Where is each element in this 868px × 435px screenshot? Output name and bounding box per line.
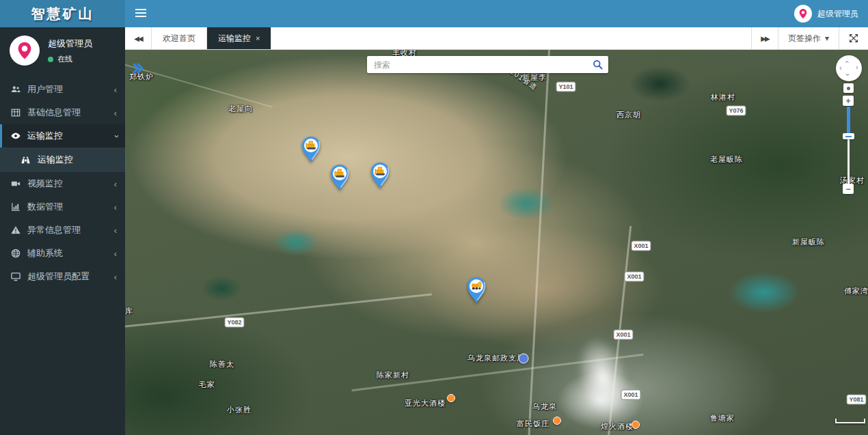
pin-icon <box>797 8 809 20</box>
fullscreen-icon <box>849 33 858 43</box>
pan-down-icon[interactable]: ‹ <box>843 74 851 76</box>
poi-marker-post-office[interactable] <box>519 354 529 364</box>
sidebar-item-6[interactable]: 辅助系统‹ <box>0 242 125 265</box>
video-icon <box>10 179 21 189</box>
chevron-left-icon: ‹ <box>114 272 117 281</box>
pan-left-icon[interactable]: ‹ <box>839 64 842 72</box>
sidebar: 超级管理员 在线 用户管理‹基础信息管理‹运输监控‹运输监控视频监控‹数据管理‹… <box>0 27 125 435</box>
sidebar-subitem-label: 运输监控 <box>38 154 73 166</box>
sidebar-menu: 用户管理‹基础信息管理‹运输监控‹运输监控视频监控‹数据管理‹异常信息管理‹辅助… <box>0 78 125 288</box>
table-icon <box>10 108 21 118</box>
map-place-label: 老屋向 <box>228 104 253 114</box>
search-icon <box>593 59 603 70</box>
bulldozer-icon <box>300 135 322 164</box>
sidebar-toggle-hamburger-icon[interactable] <box>135 9 146 18</box>
map-pan-control[interactable]: ‹ ‹ ‹ ‹ <box>836 55 862 81</box>
vehicle-marker-bulldozer[interactable] <box>329 163 351 195</box>
tab-close-icon[interactable]: × <box>256 34 260 42</box>
map-canvas[interactable]: 丰收村郑铁炉老屋向新屋李西京胡林港村老屋畈陈汤家村新屋畈陈傅家湾库陈善太毛家小张… <box>125 49 868 435</box>
map-place-label: 亚光大酒楼 <box>405 398 446 408</box>
desktop-icon <box>10 272 21 282</box>
map-scale-bar <box>835 419 865 423</box>
zoom-in-button[interactable]: + <box>843 96 854 106</box>
map-place-label: 小张胜 <box>227 405 252 415</box>
zoom-slider-track-lower[interactable] <box>847 139 850 184</box>
sidebar-user-name: 超级管理员 <box>48 38 92 50</box>
sidebar-item-1[interactable]: 基础信息管理‹ <box>0 101 125 124</box>
zoom-out-button[interactable]: − <box>843 184 854 194</box>
tab-operations-dropdown[interactable]: 页签操作 ▾ <box>778 27 839 49</box>
tab-operations-label: 页签操作 <box>788 33 821 44</box>
tab-0[interactable]: 欢迎首页 <box>152 27 207 49</box>
chart-icon <box>10 202 21 212</box>
user-avatar <box>10 36 40 66</box>
tabs-scroll-left-button[interactable]: ◀◀ <box>125 27 152 49</box>
road-number-badge: Y082 <box>224 318 244 328</box>
sidebar-user-panel: 超级管理员 在线 <box>0 27 125 75</box>
map-place-label: 富民饭庄 <box>517 419 550 429</box>
vehicle-marker-truck[interactable] <box>465 276 487 307</box>
eye-icon <box>10 131 21 141</box>
chevron-down-icon: ‹ <box>111 135 120 137</box>
map-place-label: 陈家新村 <box>377 370 409 380</box>
sidebar-item-4[interactable]: 数据管理‹ <box>0 195 125 219</box>
top-header: 超级管理员 <box>125 0 868 27</box>
tab-1[interactable]: 运输监控× <box>207 27 271 49</box>
chevron-down-icon: ▾ <box>825 33 829 43</box>
road-number-badge: X001 <box>621 390 640 400</box>
pan-right-icon[interactable]: ‹ <box>856 64 858 72</box>
road-number-badge: X001 <box>624 272 644 282</box>
chevron-left-icon: ‹ <box>114 180 117 188</box>
poi-marker-restaurant[interactable] <box>553 417 561 425</box>
search-button[interactable] <box>586 56 608 73</box>
map-locate-button[interactable] <box>843 83 854 93</box>
user-avatar <box>794 5 812 23</box>
sidebar-item-0[interactable]: 用户管理‹ <box>0 78 125 101</box>
zoom-slider-track-upper[interactable] <box>847 107 850 134</box>
sidebar-item-label: 辅助系统 <box>27 247 63 259</box>
vehicle-marker-bulldozer[interactable] <box>300 135 322 167</box>
tabs-container: 欢迎首页运输监控× <box>152 27 271 49</box>
user-status-text: 在线 <box>57 54 72 64</box>
truck-icon <box>465 276 487 305</box>
globe-icon <box>10 249 21 259</box>
app-logo-text: 智慧矿山 <box>31 5 94 23</box>
double-chevron-right-icon <box>132 63 144 74</box>
header-user-menu[interactable]: 超级管理员 <box>794 5 858 23</box>
poi-marker-restaurant[interactable] <box>632 421 640 429</box>
tabbar-spacer <box>271 27 751 49</box>
map-place-label: 乌龙泉 <box>532 402 557 412</box>
chevron-left-icon: ‹ <box>114 226 117 235</box>
panel-expand-button[interactable] <box>132 63 144 76</box>
chevron-left-icon: ‹ <box>114 85 117 94</box>
zoom-slider-handle[interactable] <box>843 133 854 139</box>
sidebar-item-5[interactable]: 异常信息管理‹ <box>0 219 125 242</box>
vehicle-marker-bulldozer[interactable] <box>369 161 391 193</box>
map-place-label: 库 <box>125 306 133 316</box>
bulldozer-icon <box>329 163 351 192</box>
map-place-label: 毛家 <box>199 380 215 390</box>
sidebar-subitem-2-0[interactable]: 运输监控 <box>0 148 125 172</box>
chevron-left-icon: ‹ <box>114 109 117 117</box>
sidebar-item-2[interactable]: 运输监控‹ <box>0 124 125 148</box>
sidebar-item-label: 视频监控 <box>27 178 63 190</box>
bulldozer-icon <box>369 161 391 190</box>
map-search-input[interactable] <box>367 60 586 70</box>
sidebar-item-label: 基础信息管理 <box>27 107 81 119</box>
fullscreen-button[interactable] <box>839 27 868 49</box>
map-search-bar <box>367 56 608 73</box>
online-status-dot <box>48 57 53 62</box>
sidebar-item-3[interactable]: 视频监控‹ <box>0 172 125 195</box>
map-place-label: 陈善太 <box>210 359 234 369</box>
poi-marker-restaurant[interactable] <box>447 394 455 402</box>
binoculars-icon <box>21 155 31 165</box>
map-place-label: 西京胡 <box>616 110 641 120</box>
header-user-name: 超级管理员 <box>817 8 858 20</box>
tabs-scroll-right-button[interactable]: ▶▶ <box>751 27 778 49</box>
app-logo: 智慧矿山 <box>0 0 125 27</box>
chevron-left-icon: ‹ <box>114 249 117 258</box>
warning-icon <box>10 225 21 236</box>
pan-up-icon[interactable]: ‹ <box>843 61 851 64</box>
sidebar-item-7[interactable]: 超级管理员配置‹ <box>0 265 125 288</box>
map-place-label: 林港村 <box>711 92 735 102</box>
